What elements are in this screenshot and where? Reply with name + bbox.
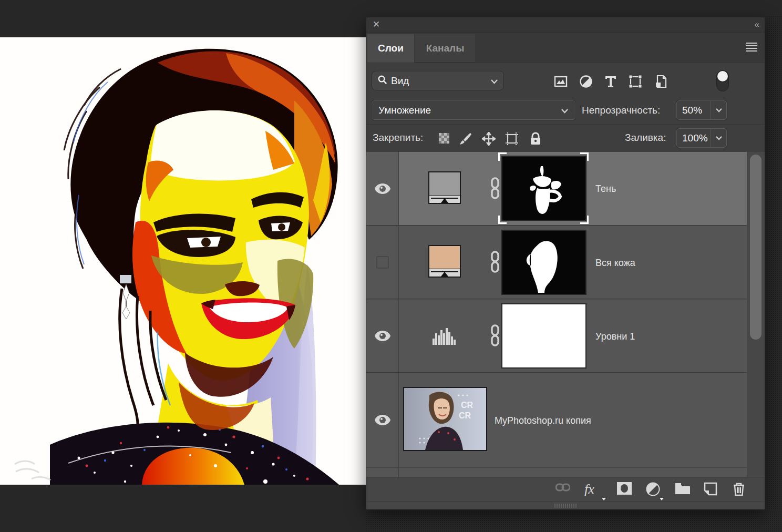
lock-position-icon[interactable]	[482, 132, 496, 146]
filter-adjustment-layers-icon[interactable]	[579, 75, 593, 88]
link-layers-icon[interactable]	[555, 482, 570, 496]
layer-name: MyPhotoshop.ru копия	[495, 415, 591, 426]
layer-name: Тень	[595, 183, 616, 195]
new-adjustment-layer-icon[interactable]	[646, 482, 660, 496]
panel-titlebar: ✕ «	[366, 17, 765, 33]
layer-mask-thumbnail-white[interactable]	[501, 303, 586, 369]
new-group-folder-icon[interactable]	[675, 482, 689, 496]
lock-label: Закрепить:	[373, 132, 423, 144]
menu-arrow-icon	[602, 498, 606, 500]
visibility-toggle[interactable]	[366, 226, 399, 299]
blend-mode-select[interactable]: Умножение	[372, 100, 575, 120]
filter-kind-select[interactable]: Вид	[372, 71, 504, 90]
filter-toggle-switch[interactable]	[716, 70, 729, 91]
svg-text:fx: fx	[584, 482, 594, 497]
filter-smart-objects-icon[interactable]	[654, 75, 668, 88]
photoshop-workspace: ✕ « Слои Каналы Вид	[0, 0, 782, 532]
document-canvas[interactable]	[0, 37, 366, 485]
tab-channels[interactable]: Каналы	[415, 34, 475, 63]
layers-list: Тень В	[366, 152, 765, 477]
collapse-panel-icon[interactable]: «	[755, 19, 758, 30]
mask-link-icon[interactable]	[490, 324, 500, 345]
eye-icon	[374, 183, 391, 195]
tab-layers[interactable]: Слои	[367, 34, 414, 63]
visibility-toggle[interactable]	[366, 300, 399, 372]
image-layer-thumbnail[interactable]: CRCR	[403, 387, 487, 451]
lock-artboard-icon[interactable]	[505, 132, 519, 146]
lock-options-row: Закрепить: Заливка: 100%	[366, 124, 765, 152]
menu-arrow-icon	[660, 498, 664, 500]
add-layer-mask-icon[interactable]	[617, 482, 631, 496]
layer-filter-row: Вид	[366, 63, 765, 96]
filter-pixel-layers-icon[interactable]	[554, 75, 568, 88]
new-layer-icon[interactable]	[704, 482, 718, 496]
layers-scrollbar-thumb[interactable]	[750, 155, 762, 340]
layer-name: Вся кожа	[595, 258, 635, 269]
layers-bottom-toolbar: fx	[366, 477, 765, 501]
layer-row-urovni-1[interactable]: Уровни 1	[366, 300, 747, 373]
layer-mask-thumbnail[interactable]	[501, 156, 586, 221]
visibility-toggle[interactable]	[366, 373, 399, 467]
svg-text:CR: CR	[461, 401, 474, 410]
search-icon	[377, 75, 387, 87]
svg-text:CR: CR	[459, 411, 471, 420]
layer-row-ten[interactable]: Тень	[366, 152, 747, 226]
eye-icon	[374, 330, 391, 342]
panel-tabs: Слои Каналы	[366, 33, 765, 63]
layer-row-partial	[366, 468, 747, 477]
opacity-field: 50%	[676, 100, 727, 120]
mask-selection-bracket	[580, 216, 589, 224]
mask-selection-bracket	[498, 152, 507, 161]
layer-mask-thumbnail[interactable]	[501, 230, 586, 295]
chevron-down-icon	[561, 105, 569, 116]
layer-row-vsya-kozha[interactable]: Вся кожа	[366, 226, 747, 299]
layers-panel: ✕ « Слои Каналы Вид	[366, 17, 765, 510]
mask-selection-bracket	[498, 216, 507, 224]
fill-input[interactable]: 100%	[677, 129, 711, 147]
fill-dropdown-button[interactable]	[711, 129, 726, 147]
lock-transparency-icon[interactable]	[438, 132, 451, 146]
blend-options-row: Умножение Непрозрачность: 50%	[366, 96, 765, 124]
fill-layer-thumbnail-gray[interactable]	[428, 171, 461, 204]
fill-label: Заливка:	[625, 132, 666, 144]
delete-layer-trash-icon[interactable]	[733, 482, 747, 496]
panel-menu-icon[interactable]	[746, 43, 757, 52]
layer-row-myphotoshop-copy[interactable]: CRCR MyPhotoshop.ru копия	[366, 373, 747, 467]
opacity-dropdown-button[interactable]	[711, 101, 726, 119]
layer-name: Уровни 1	[595, 331, 635, 342]
mask-selection-bracket	[580, 152, 589, 161]
lock-pixels-brush-icon[interactable]	[459, 132, 472, 146]
fill-layer-thumbnail-skin[interactable]	[428, 245, 461, 278]
filter-shape-layers-icon[interactable]	[629, 75, 642, 88]
blend-mode-value: Умножение	[378, 105, 431, 116]
panel-resize-grip[interactable]	[366, 501, 765, 509]
visibility-toggle[interactable]	[366, 152, 399, 225]
eye-hidden-checkbox	[376, 256, 389, 269]
opacity-label: Непрозрачность:	[582, 105, 660, 116]
fill-field: 100%	[676, 128, 727, 148]
posterized-portrait-art	[0, 37, 366, 485]
opacity-input[interactable]: 50%	[677, 101, 711, 119]
mask-link-icon[interactable]	[490, 251, 500, 272]
lock-all-icon[interactable]	[529, 132, 543, 146]
eye-icon	[374, 414, 391, 426]
workspace-background-right	[766, 16, 782, 515]
layer-style-fx-icon[interactable]: fx	[584, 482, 602, 496]
levels-histogram-icon[interactable]	[433, 327, 457, 347]
mask-link-icon[interactable]	[490, 177, 500, 198]
filter-kind-value: Вид	[391, 75, 409, 87]
filter-type-layers-icon[interactable]	[604, 75, 618, 88]
workspace-background-bottom	[366, 511, 782, 532]
layers-scrollbar-track[interactable]	[747, 152, 765, 477]
close-panel-icon[interactable]: ✕	[372, 20, 381, 29]
chevron-down-icon	[490, 75, 498, 87]
